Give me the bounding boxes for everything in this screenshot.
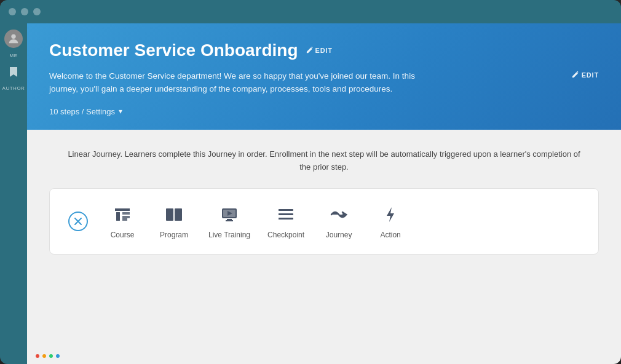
dot-orange [42, 354, 46, 358]
svg-rect-21 [279, 213, 281, 215]
dot-green [49, 354, 53, 358]
checkpoint-label: Checkpoint [267, 231, 304, 239]
program-icon [164, 204, 184, 226]
program-label: Program [160, 231, 188, 239]
traffic-lights [9, 8, 41, 15]
main-area: ME AUTHOR Customer Service Onboarding ED… [0, 23, 621, 364]
journey-icon [329, 204, 349, 226]
header-description: Welcome to the Customer Service departme… [49, 70, 430, 96]
svg-rect-13 [227, 219, 232, 220]
svg-rect-10 [176, 212, 181, 213]
maximize-traffic-light[interactable] [33, 8, 41, 15]
sidebar-bookmark-icon[interactable] [9, 66, 18, 81]
course-icon [113, 204, 132, 226]
svg-point-0 [11, 34, 15, 39]
content-area: Customer Service Onboarding EDIT Welcome… [27, 23, 621, 364]
header-top: Customer Service Onboarding EDIT [49, 41, 599, 60]
svg-marker-23 [387, 207, 394, 222]
svg-rect-6 [167, 210, 172, 211]
add-step-card: Course [49, 188, 599, 255]
action-icon [381, 204, 400, 226]
live-training-label: Live Training [208, 231, 250, 239]
sidebar-avatar-me[interactable] [4, 30, 23, 48]
title-edit-button[interactable]: EDIT [306, 47, 333, 54]
app-window: ME AUTHOR Customer Service Onboarding ED… [0, 0, 621, 364]
svg-rect-20 [279, 209, 281, 211]
checkpoint-icon [276, 204, 296, 226]
title-bar [0, 0, 621, 23]
close-traffic-light[interactable] [9, 8, 16, 15]
body-wrapper: Linear Journey. Learners complete this J… [27, 130, 621, 364]
body-section: Linear Journey. Learners complete this J… [27, 130, 621, 364]
dots-bar [36, 354, 60, 358]
step-type-program[interactable]: Program [157, 204, 191, 239]
steps-settings-link[interactable]: 10 steps / Settings ▾ [49, 107, 599, 116]
linear-journey-info: Linear Journey. Learners complete this J… [49, 148, 599, 174]
dot-red [36, 354, 39, 358]
sidebar-author-label: AUTHOR [2, 85, 25, 91]
dot-blue [56, 354, 60, 358]
minimize-traffic-light[interactable] [21, 8, 28, 15]
svg-rect-22 [279, 218, 281, 220]
step-type-live-training[interactable]: Live Training [208, 204, 250, 239]
svg-rect-8 [167, 215, 172, 216]
live-training-icon [220, 204, 239, 226]
step-type-action[interactable]: Action [373, 204, 408, 239]
step-type-journey[interactable]: Journey [322, 204, 356, 239]
step-types-list: Course [105, 204, 408, 239]
svg-rect-9 [176, 210, 181, 211]
step-type-course[interactable]: Course [105, 204, 140, 239]
chevron-down-icon: ▾ [119, 107, 122, 116]
svg-rect-3 [116, 212, 120, 221]
action-label: Action [380, 231, 400, 239]
svg-rect-14 [226, 220, 233, 221]
journey-label: Journey [326, 231, 352, 239]
description-edit-button[interactable]: EDIT [571, 71, 599, 79]
step-type-checkpoint[interactable]: Checkpoint [267, 204, 304, 239]
header-section: Customer Service Onboarding EDIT Welcome… [27, 23, 621, 130]
sidebar-me-label: ME [10, 53, 18, 58]
close-add-step-button[interactable] [68, 212, 88, 231]
sidebar: ME AUTHOR [0, 23, 27, 364]
svg-rect-11 [176, 215, 181, 216]
svg-rect-7 [167, 212, 172, 213]
page-title: Customer Service Onboarding [49, 41, 298, 60]
course-label: Course [111, 231, 135, 239]
header-body: Welcome to the Customer Service departme… [49, 70, 599, 96]
